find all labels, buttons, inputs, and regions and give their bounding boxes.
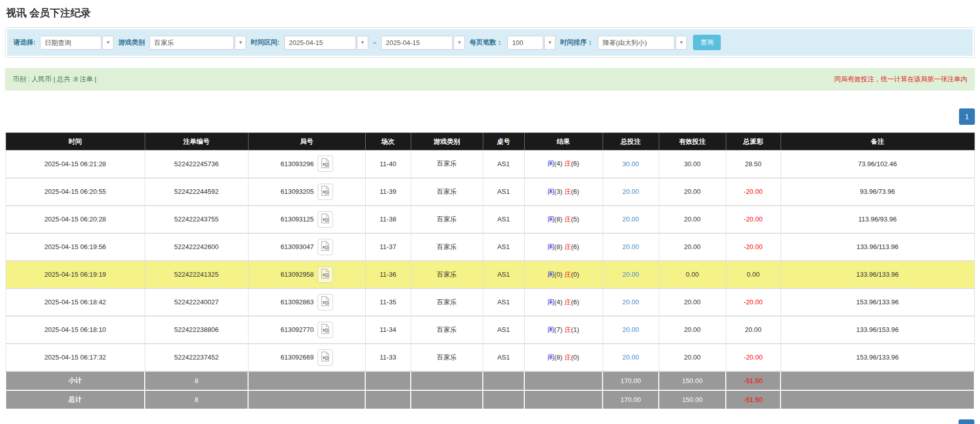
cell-game-type: 百家乐 <box>411 178 483 206</box>
round-no-wrap: 613093296 <box>249 155 365 172</box>
video-replay-button[interactable] <box>318 349 333 366</box>
result-player-value: (8) <box>554 243 563 251</box>
cell-round-no: 613092669 <box>248 344 365 371</box>
cell-valid-bet: 20.00 <box>659 206 726 233</box>
cell-total-bet-link[interactable]: 20.00 <box>603 316 659 344</box>
round-no-text: 613092863 <box>280 298 314 306</box>
cell-valid-bet: 20.00 <box>659 316 726 344</box>
cell-game-type: 百家乐 <box>411 233 483 261</box>
cell-total-bet-link[interactable]: 20.00 <box>603 178 659 206</box>
round-no-wrap: 613093125 <box>249 211 365 228</box>
chevron-down-icon: ▼ <box>360 40 365 45</box>
page-size-value[interactable]: 100 <box>507 36 543 50</box>
cell-session: 11-33 <box>365 344 411 371</box>
game-type-label: 游戏类别 <box>118 38 145 47</box>
col-table-no: 桌号 <box>483 133 524 150</box>
video-replay-button[interactable] <box>318 184 333 200</box>
same-round-notice-text: 同局有效投注，统一计算在该局第一张注单内 <box>834 75 967 84</box>
cell-round-no: 613092958 <box>248 261 365 288</box>
cell-table-no: AS1 <box>483 344 524 371</box>
cell-bet-no: 522422245736 <box>145 150 248 178</box>
cell-session: 11-39 <box>365 178 411 206</box>
date-from-select[interactable]: 2025-04-15 ▼ <box>284 36 368 50</box>
game-type-value[interactable]: 百家乐 <box>149 36 234 50</box>
round-no-text: 613092958 <box>280 271 314 278</box>
video-replay-button[interactable] <box>318 294 333 310</box>
round-no-wrap: 613092863 <box>249 294 365 310</box>
cell-round-no: 613093296 <box>248 150 365 178</box>
round-no-text: 613093047 <box>280 243 314 251</box>
date-from-dropdown-button[interactable]: ▼ <box>357 36 368 50</box>
video-replay-button[interactable] <box>318 211 333 228</box>
date-to-value[interactable]: 2025-04-15 <box>381 36 453 50</box>
result-banker-label: 庄 <box>565 271 571 278</box>
chevron-down-icon: ▼ <box>548 40 552 45</box>
footer-empty-game <box>411 371 483 390</box>
date-from-value[interactable]: 2025-04-15 <box>284 36 356 50</box>
query-type-value[interactable]: 日期查询 <box>40 36 101 50</box>
round-no-wrap: 613092958 <box>249 266 365 283</box>
grand-total-row: 总计8170.00150.00-51.50 <box>6 390 974 409</box>
cell-total-bet-link[interactable]: 20.00 <box>603 261 659 288</box>
cell-session: 11-35 <box>365 288 411 316</box>
cell-result: 闲(3)庄(6) <box>524 178 603 206</box>
result-player-label: 闲 <box>548 243 554 251</box>
result-banker-label: 庄 <box>565 188 571 195</box>
date-range-separator: ~ <box>373 39 377 47</box>
footer-empty-note <box>781 371 974 390</box>
currency-total-text: 币别 : 人民币 | 总共 :8 注单 | <box>13 75 97 84</box>
cell-note: 153.96/133.96 <box>781 344 974 371</box>
cell-bet-no: 522422244592 <box>145 178 248 206</box>
cell-valid-bet: 20.00 <box>659 233 726 261</box>
cell-total-bet-link[interactable]: 20.00 <box>603 206 659 233</box>
game-type-dropdown-button[interactable]: ▼ <box>235 36 246 50</box>
game-type-select[interactable]: 百家乐 ▼ <box>149 36 246 50</box>
result-banker-label: 庄 <box>565 298 571 306</box>
round-no-wrap: 613093205 <box>249 184 365 200</box>
footer-label: 总计 <box>6 390 145 409</box>
betting-records-table: 时间 注单编号 局号 场次 游戏类别 桌号 结果 总投注 有效投注 总派彩 备注… <box>5 132 975 410</box>
cell-result: 闲(4)庄(6) <box>524 288 603 316</box>
footer-empty-session <box>365 390 411 409</box>
search-button[interactable]: 查询 <box>693 35 721 50</box>
video-file-icon <box>321 158 330 170</box>
video-file-icon <box>321 296 330 308</box>
sort-order-select[interactable]: 降幂(由大到小) ▼ <box>598 36 687 50</box>
footer-count: 8 <box>145 390 248 409</box>
cell-total-bet-link[interactable]: 20.00 <box>603 344 659 371</box>
page-size-dropdown-button[interactable]: ▼ <box>544 36 555 50</box>
video-replay-button[interactable] <box>318 266 333 283</box>
cell-total-bet-link[interactable]: 20.00 <box>603 288 659 316</box>
cell-bet-no: 522422241325 <box>145 261 248 288</box>
page-size-select[interactable]: 100 ▼ <box>507 36 555 50</box>
video-replay-button[interactable] <box>318 239 333 255</box>
cell-total-bet-link[interactable]: 30.00 <box>603 150 659 178</box>
sort-order-dropdown-button[interactable]: ▼ <box>676 36 687 50</box>
cell-valid-bet: 0.00 <box>659 261 726 288</box>
sort-order-value[interactable]: 降幂(由大到小) <box>598 36 675 50</box>
chevron-down-icon: ▼ <box>106 40 110 45</box>
result-banker-value: (6) <box>571 298 580 306</box>
cell-session: 11-36 <box>365 261 411 288</box>
cell-total-bet-link[interactable]: 20.00 <box>603 233 659 261</box>
cell-payout: -20.00 <box>726 288 781 316</box>
result-player-label: 闲 <box>548 160 554 167</box>
time-range-label: 时间区间: <box>251 38 279 47</box>
date-to-dropdown-button[interactable]: ▼ <box>454 36 465 50</box>
cell-session: 11-34 <box>365 316 411 344</box>
cell-table-no: AS1 <box>483 178 524 206</box>
round-no-text: 613093125 <box>280 215 314 223</box>
result-player-label: 闲 <box>548 326 554 333</box>
page-1-button[interactable]: 1 <box>959 108 975 125</box>
choose-label: 请选择: <box>13 38 35 47</box>
video-replay-button[interactable] <box>318 155 333 172</box>
cell-table-no: AS1 <box>483 233 524 261</box>
date-to-select[interactable]: 2025-04-15 ▼ <box>381 36 465 50</box>
cell-valid-bet: 20.00 <box>659 288 726 316</box>
query-type-dropdown-button[interactable]: ▼ <box>102 36 114 50</box>
cell-valid-bet: 20.00 <box>659 178 726 206</box>
result-banker-value: (6) <box>571 188 580 195</box>
query-type-select[interactable]: 日期查询 ▼ <box>40 36 114 50</box>
video-replay-button[interactable] <box>318 322 333 338</box>
page-1-button-bottom[interactable]: 1 <box>959 419 974 424</box>
